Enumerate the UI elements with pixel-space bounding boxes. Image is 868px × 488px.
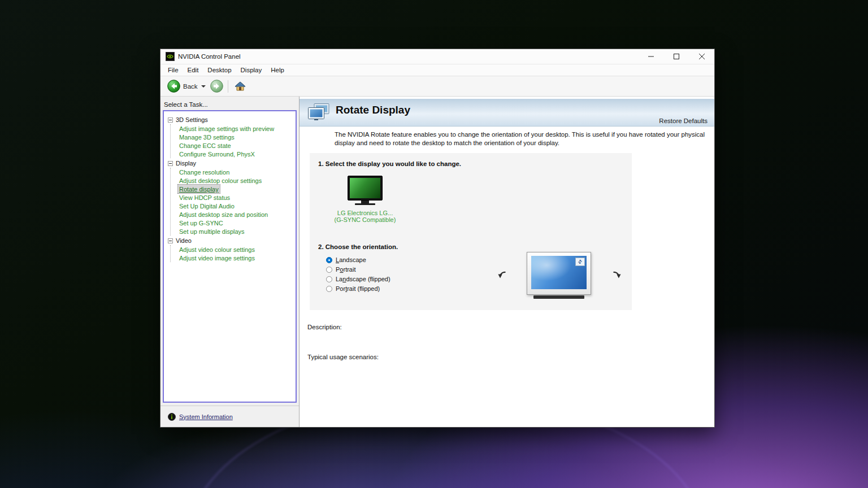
menu-bar: File Edit Desktop Display Help	[160, 64, 714, 76]
tree-item-set-up-gsync[interactable]: Set up G-SYNC	[178, 219, 224, 227]
rotate-settings-panel: 1. Select the display you would like to …	[310, 153, 632, 310]
radio-label: Portrait (flipped)	[336, 285, 380, 292]
radio-landscape[interactable]: Landscape	[326, 256, 390, 263]
page-header: Rotate Display Restore Defaults	[300, 99, 714, 127]
preview-monitor-screen: ⇄	[531, 256, 587, 289]
restore-defaults-link[interactable]: Restore Defaults	[659, 117, 708, 124]
title-bar[interactable]: NVIDIA Control Panel	[160, 49, 714, 64]
step2-heading: 2. Choose the orientation.	[318, 243, 398, 250]
orientation-options: Landscape Portrait Landscape (flipped)	[326, 256, 390, 292]
maximize-button[interactable]	[663, 49, 689, 64]
rotate-right-icon	[611, 270, 622, 281]
back-button[interactable]: Back	[167, 80, 198, 93]
rotate-left-icon	[497, 270, 508, 281]
main-content: Rotate Display Restore Defaults The NVID…	[300, 97, 714, 427]
radio-portrait[interactable]: Portrait	[326, 266, 390, 273]
rotate-badge-icon: ⇄	[575, 258, 585, 266]
display-monitor-icon	[348, 176, 383, 201]
radio-label: Landscape (flipped)	[336, 276, 390, 282]
radio-portrait-flipped[interactable]: Portrait (flipped)	[326, 285, 390, 292]
feature-description: The NVIDIA Rotate feature enables you to…	[335, 130, 712, 148]
tree-item-change-ecc-state[interactable]: Change ECC state	[178, 141, 232, 150]
preview-monitor-stand	[533, 295, 584, 299]
close-button[interactable]	[689, 49, 714, 64]
collapse-icon[interactable]	[168, 238, 173, 243]
collapse-icon[interactable]	[168, 161, 173, 166]
menu-desktop[interactable]: Desktop	[203, 66, 236, 75]
tree-group-display: Display	[168, 160, 293, 167]
window-title: NVIDIA Control Panel	[178, 53, 241, 60]
task-tree[interactable]: 3D Settings Adjust image settings with p…	[163, 110, 297, 403]
radio-button-icon	[326, 257, 332, 263]
radio-button-icon	[326, 276, 332, 282]
usage-scenarios-label: Typical usage scenarios:	[307, 354, 379, 360]
radio-label: Landscape	[336, 256, 366, 263]
tree-item-adjust-desktop-size[interactable]: Adjust desktop size and position	[178, 210, 269, 219]
back-history-dropdown-icon[interactable]	[201, 85, 206, 88]
page-title: Rotate Display	[336, 104, 410, 116]
step1-heading: 1. Select the display you would like to …	[318, 160, 461, 167]
forward-button[interactable]	[210, 80, 223, 93]
toolbar-separator	[228, 80, 228, 93]
navigation-toolbar: Back	[160, 76, 714, 97]
radio-label: Portrait	[336, 266, 355, 273]
orientation-preview: ⇄	[527, 252, 591, 299]
description-label: Description:	[307, 324, 342, 330]
tree-group-label[interactable]: Display	[176, 160, 196, 167]
display-gsync-label: (G-SYNC Compatible)	[320, 216, 410, 223]
nvidia-control-panel-window: NVIDIA Control Panel File Edit Desktop D…	[160, 49, 715, 428]
tree-item-view-hdcp-status[interactable]: View HDCP status	[178, 193, 231, 202]
tree-item-set-up-multiple-displays[interactable]: Set up multiple displays	[178, 227, 246, 236]
tree-item-rotate-display[interactable]: Rotate display	[178, 185, 220, 193]
sidebar-footer: System Information	[160, 406, 299, 427]
minimize-button[interactable]	[638, 49, 663, 64]
tree-item-adjust-video-image[interactable]: Adjust video image settings	[178, 254, 256, 262]
system-information-link[interactable]: System Information	[179, 413, 233, 420]
task-sidebar: Select a Task... 3D Settings Adjust imag…	[160, 97, 300, 427]
desktop-background: NVIDIA Control Panel File Edit Desktop D…	[0, 0, 868, 488]
radio-landscape-flipped[interactable]: Landscape (flipped)	[326, 276, 390, 282]
tree-item-set-up-digital-audio[interactable]: Set Up Digital Audio	[178, 202, 236, 210]
back-arrow-icon	[167, 80, 180, 93]
display-name: LG Electronics LG...	[320, 210, 410, 216]
tree-group-label[interactable]: 3D Settings	[176, 116, 208, 123]
tree-item-change-resolution[interactable]: Change resolution	[178, 168, 231, 176]
tree-item-configure-surround-physx[interactable]: Configure Surround, PhysX	[178, 150, 256, 158]
select-task-header: Select a Task...	[160, 97, 299, 110]
collapse-icon[interactable]	[168, 117, 173, 123]
rotate-counterclockwise-button[interactable]	[496, 269, 509, 282]
menu-file[interactable]: File	[163, 66, 183, 75]
tree-group-label[interactable]: Video	[176, 237, 192, 244]
home-button[interactable]	[235, 81, 246, 91]
tree-item-adjust-desktop-colour[interactable]: Adjust desktop colour settings	[178, 176, 263, 185]
radio-button-icon	[326, 286, 332, 292]
tree-group-3d-settings: 3D Settings	[168, 116, 293, 123]
menu-display[interactable]: Display	[236, 66, 267, 75]
radio-button-icon	[326, 267, 332, 273]
back-label: Back	[183, 83, 198, 90]
menu-help[interactable]: Help	[266, 66, 289, 75]
tree-item-adjust-image-settings[interactable]: Adjust image settings with preview	[178, 124, 275, 133]
preview-monitor-frame: ⇄	[527, 252, 591, 295]
rotate-clockwise-button[interactable]	[610, 269, 623, 282]
tree-item-adjust-video-colour[interactable]: Adjust video colour settings	[178, 245, 256, 254]
rotate-display-icon	[308, 103, 329, 123]
menu-edit[interactable]: Edit	[183, 66, 203, 75]
tree-group-video: Video	[168, 237, 293, 244]
system-information-icon	[168, 413, 176, 421]
forward-arrow-icon	[210, 80, 223, 93]
home-icon	[235, 81, 246, 91]
nvidia-logo-icon	[166, 52, 175, 61]
tree-item-manage-3d-settings[interactable]: Manage 3D settings	[178, 133, 236, 141]
display-selector[interactable]: LG Electronics LG... (G-SYNC Compatible)	[320, 176, 410, 223]
